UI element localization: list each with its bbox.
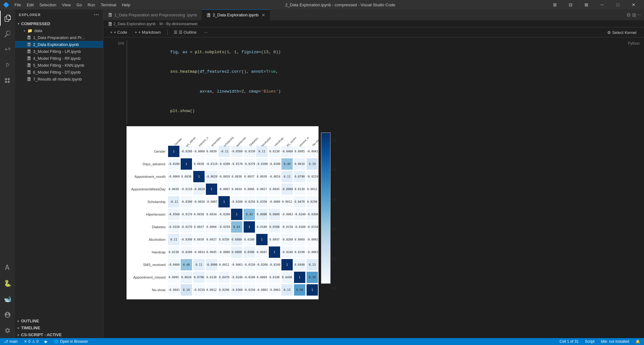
sidebar-item-file6[interactable]: 📓 6_Model Fitting - DT.ipynb [15,69,103,76]
sidebar-item-file5[interactable]: 📓 5_Model Fitting - KNN.ipynb [15,62,103,69]
sidebar-item-file1[interactable]: 📓 1_Data Preparation and Pr... [15,34,103,41]
heatmap-cell-2-6: 0.0037 [243,170,256,183]
heatmap-cell-5-8: 0.0800 [268,208,281,221]
activity-testing[interactable] [0,260,15,275]
sidebar-item-data[interactable]: ▸ 📁 data [15,27,103,34]
sidebar-folder-compressed[interactable]: ▾ COMPRESSED [15,20,103,27]
sidebar-file6-label: 6_Model Fitting - DT.ipynb [33,70,81,75]
editor-split-icon[interactable]: ⊞ [632,12,636,18]
sidebar-item-file7[interactable]: 📓 7_Results all models.ipynb [15,76,103,82]
sidebar-timeline[interactable]: ▸ TIMELINE [15,324,103,331]
heatmap-cell-0-10: 0.0095 [293,145,306,158]
more-toolbar-icon: ··· [204,30,207,35]
code-editor[interactable]: fig, ax = plt.subplots(1, 1, figsize=(13… [127,40,625,124]
window-close[interactable]: ✕ [626,0,641,9]
heatmap-cell-9-1: 0.40 [180,258,193,271]
window-title: 2_Data Exploration.ipynb - compressed - … [285,3,395,7]
heatmap-cell-4-6: -0.0250 [243,195,256,208]
timeline-label: TIMELINE [21,325,40,330]
cell-info-btn[interactable]: Cell 1 of 31 [558,339,580,344]
menu-file[interactable]: File [12,2,24,8]
activity-account[interactable] [0,307,15,322]
menu-view[interactable]: View [59,2,73,8]
git-branch-btn[interactable]: ⎇ main [3,339,19,344]
menu-help[interactable]: Help [119,2,133,8]
window-controls: ⊞ ⊟ ⊠ ─ □ ✕ [548,0,641,9]
sidebar-item-file2[interactable]: 📓 2_Data Exploration.ipynb [15,41,103,48]
status-left: ⎇ main ✕ 0 ⚠ 0 ▶ 🌐 Open in Browser [3,339,89,344]
cell-info: Cell 1 of 31 [560,339,579,344]
kernel-status-btn[interactable]: ldte: not installed [600,339,630,344]
activity-docker[interactable]: 🐋 [0,291,15,307]
sidebar-header: EXPLORER ··· [15,9,103,20]
vscode-icon: 🔷 [3,2,9,8]
editor-more-icon[interactable]: ··· [637,12,641,18]
select-kernel-btn[interactable]: ⚙ Select Kernel [604,27,640,37]
notebook-icon-2: 📓 [26,42,31,47]
heatmap-cell-10-3: 0.0130 [205,271,218,284]
outline-btn[interactable]: ☰ ☰ Outline [171,29,199,35]
plus-code-icon: + [110,30,113,35]
kernel-icon: ⚙ [607,30,611,35]
menu-run[interactable]: Run [85,2,98,8]
activity-python[interactable]: 🐍 [0,276,15,291]
activity-explorer[interactable] [0,11,15,26]
menu-selection[interactable]: Selection [37,2,59,8]
heatmap-cell-9-3: -0.0900 [205,258,218,271]
notebook-icon-4: 📓 [26,56,31,60]
add-markdown-btn[interactable]: + + Markdown [132,29,163,35]
window-maximize[interactable]: □ [611,0,625,9]
editor-layout-icon[interactable]: ⚙ [626,12,631,18]
activity-source-control[interactable] [0,42,15,57]
sidebar-item-file3[interactable]: 📓 3_Model Fitting - LR.ipynb [15,48,103,55]
heatmap-cell-3-10: 0.0130 [293,183,306,195]
menu-go[interactable]: Go [74,2,84,8]
menu-edit[interactable]: Edit [24,2,36,8]
more-toolbar-btn[interactable]: ··· [201,29,210,35]
sidebar-more-btn[interactable]: ··· [94,12,99,18]
heatmap-cell-4-8: -0.0086 [268,195,281,208]
warning-icon: ⚠ [32,339,35,344]
activity-settings[interactable] [0,323,15,338]
heatmap-cell-9-9: 1 [281,258,293,271]
sidebar-file1-label: 1_Data Preparation and Pr... [33,35,85,40]
menu-terminal[interactable]: Terminal [98,2,119,8]
heatmap-cell-10-4: 0.0470 [218,271,230,284]
browser-btn[interactable]: 🌐 Open in Browser [53,339,89,344]
heatmap-cell-7-7: 1 [256,233,268,246]
heatmap-cell-2-0: -0.0060 [167,170,180,183]
notebook-icon-5: 📓 [26,63,31,67]
tab-label-1: 1_Data Preparation and Preprocessing .ip… [114,13,197,17]
tab-file2[interactable]: 📓 2_Data Exploration.ipynb ✕ [202,9,270,20]
activity-search[interactable] [0,26,15,42]
notifications-btn[interactable]: 🔔 [634,339,641,344]
sidebar-item-file4[interactable]: 📓 4_Model Fitting - RF.ipynb [15,55,103,62]
notebook-content: [24] fig, ax = plt.subplots(1, 1, figsiz… [103,37,644,338]
breadcrumb-file[interactable]: 📓 2_Data Exploration.ipynb [108,22,155,26]
sidebar-csscript[interactable]: ▸ CS-SCRIPT - ACTIVE [15,331,103,338]
outline-label: ☰ Outline [179,30,197,35]
heatmap-cell-9-2: 0.11 [193,258,205,271]
run-btn[interactable]: ▶ [43,339,49,344]
chevron-right-icon-timeline: ▸ [18,326,19,330]
add-code-btn[interactable]: + + Code [108,29,130,35]
language-btn[interactable]: Script [584,339,596,344]
window-minimize[interactable]: ─ [595,0,609,9]
heatmap-cell-6-7: 0.0180 [256,221,268,233]
sidebar-outline[interactable]: ▸ OUTLINE [15,317,103,324]
tab-close-btn[interactable]: ✕ [262,13,265,18]
breadcrumb-section[interactable]: M→By dicksonsamwel [159,22,197,26]
heatmap-cell-7-8: 0.0047 [268,233,281,246]
window-split-btn[interactable]: ⊟ [563,0,578,9]
notebook-toolbar: + + Code + + Markdown ☰ ☰ Outline ··· ⚙ … [103,27,644,37]
window-panels-btn[interactable]: ⊠ [579,0,594,9]
window-layout-btn[interactable]: ⊞ [548,0,562,9]
tab-file1[interactable]: 📓 1_Data Preparation and Preprocessing .… [103,9,202,20]
cell-content[interactable]: fig, ax = plt.subplots(1, 1, figsize=(13… [127,40,625,124]
errors-btn[interactable]: ✕ 0 ⚠ 0 [23,339,40,344]
sidebar-item-label: data [34,28,42,33]
activity-run[interactable] [0,58,15,73]
heatmap-cell-0-6: -0.0330 [243,145,256,158]
heatmap-cell-8-4: -0.0086 [218,246,230,258]
activity-extensions[interactable] [0,74,15,89]
